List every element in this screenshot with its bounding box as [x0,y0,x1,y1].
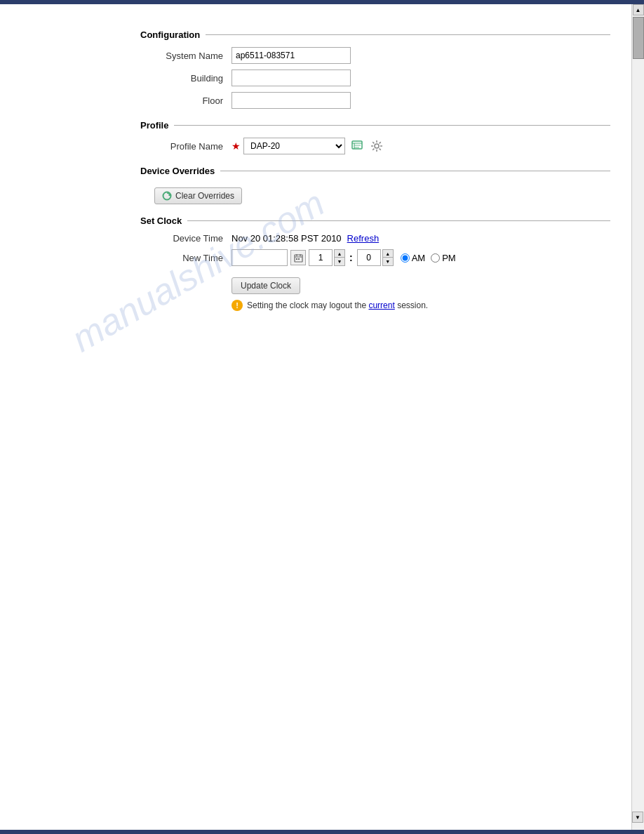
device-overrides-line [220,171,610,171]
profile-gear-icon[interactable] [369,138,384,154]
configuration-title: Configuration [140,29,200,40]
system-name-input[interactable] [232,47,351,64]
svg-point-5 [375,144,379,148]
am-radio[interactable] [401,253,410,263]
scrollbar-thumb[interactable] [633,17,644,59]
svg-line-11 [380,149,381,150]
device-time-label: Device Time [154,233,232,244]
device-overrides-header: Device Overrides [140,166,610,176]
update-clock-row: Update Clock [140,272,610,294]
device-overrides-section: Device Overrides Clear Overrides [140,166,610,204]
new-time-row: New Time ▲ [140,249,610,266]
profile-title: Profile [140,120,168,131]
pm-label: PM [442,253,456,263]
svg-line-13 [373,149,374,150]
floor-row: Floor [140,92,610,109]
device-time-value: Nov 20 01:28:58 PST 2010 [232,233,342,244]
content-area: manualshive.com Configuration System Nam… [0,4,631,830]
set-clock-title: Set Clock [140,216,182,226]
new-time-label: New Time [154,253,232,263]
hour-up-arrow[interactable]: ▲ [335,250,344,258]
minute-input[interactable] [357,249,381,266]
profile-line [174,125,610,126]
hour-down-arrow[interactable]: ▼ [335,258,344,265]
profile-section-header: Profile [140,120,610,131]
svg-rect-21 [298,258,300,260]
minute-down-arrow[interactable]: ▼ [383,258,393,265]
profile-select-wrapper: DAP-20 DAP-21 Default [243,138,384,154]
profile-name-row: Profile Name ★ DAP-20 DAP-21 Default [140,138,610,154]
scrollbar-down-button[interactable]: ▼ [632,812,643,823]
am-pm-group: AM PM [401,253,456,263]
set-clock-section-header: Set Clock [140,216,610,226]
scrollbar-up-button[interactable]: ▲ [633,4,644,15]
warning-text: Setting the clock may logout the current… [247,300,428,310]
required-star: ★ [232,140,241,152]
warning-link: current [368,300,394,310]
warning-row: ! Setting the clock may logout the curre… [140,300,610,311]
minute-spinner: ▲ ▼ [357,249,394,266]
refresh-circle-icon [162,191,172,201]
watermark: manualshive.com [65,182,331,360]
profile-edit-icon[interactable] [349,138,365,154]
floor-label: Floor [154,95,232,106]
time-colon: : [349,252,353,263]
building-label: Building [154,73,232,84]
am-radio-label[interactable]: AM [401,253,426,263]
hour-arrows: ▲ ▼ [334,249,345,266]
building-row: Building [140,70,610,86]
svg-line-10 [373,142,374,143]
am-label: AM [412,253,426,263]
warning-icon: ! [232,300,243,311]
set-clock-line [187,220,610,221]
device-overrides-title: Device Overrides [140,166,215,176]
refresh-link[interactable]: Refresh [347,233,380,244]
building-input[interactable] [232,70,351,86]
pm-radio-label[interactable]: PM [431,253,456,263]
configuration-section-header: Configuration [140,29,610,40]
update-clock-button[interactable]: Update Clock [232,277,300,294]
system-name-label: System Name [154,51,232,61]
floor-input[interactable] [232,92,351,109]
hour-spinner: ▲ ▼ [309,249,345,266]
configuration-line [206,34,610,35]
profile-name-label: Profile Name [154,141,232,152]
system-name-row: System Name [140,47,610,64]
date-input[interactable] [232,249,288,266]
new-time-container: ▲ ▼ : ▲ ▼ AM [232,249,456,266]
profile-name-select[interactable]: DAP-20 DAP-21 Default [243,138,345,154]
pm-radio[interactable] [431,253,440,263]
calendar-icon [294,253,303,263]
minute-arrows: ▲ ▼ [382,249,394,266]
calendar-button[interactable] [290,250,306,265]
device-time-row: Device Time Nov 20 01:28:58 PST 2010 Ref… [140,233,610,244]
scrollbar: ▲ ▼ [631,4,644,830]
svg-rect-20 [296,258,297,260]
bottom-border [0,830,644,834]
clear-overrides-button[interactable]: Clear Overrides [154,187,242,204]
hour-input[interactable] [309,249,333,266]
svg-line-12 [380,142,381,143]
minute-up-arrow[interactable]: ▲ [383,250,393,258]
